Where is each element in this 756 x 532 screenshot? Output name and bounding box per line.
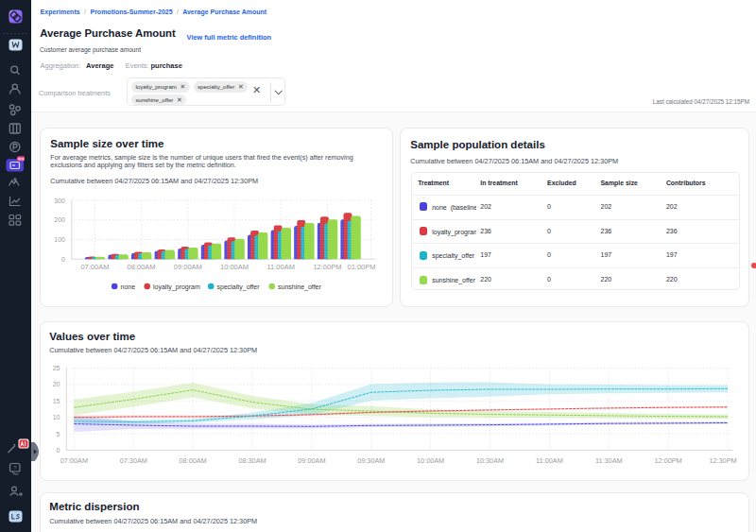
svg-text:11:30AM: 11:30AM — [595, 456, 623, 465]
svg-text:08:30AM: 08:30AM — [238, 456, 266, 465]
svg-text:10:00AM: 10:00AM — [417, 456, 444, 465]
svg-text:20: 20 — [53, 381, 60, 387]
svg-text:25: 25 — [53, 365, 60, 371]
svg-text:10:30AM: 10:30AM — [476, 456, 504, 465]
svg-text:08:00AM: 08:00AM — [179, 456, 206, 465]
svg-text:09:00AM: 09:00AM — [298, 456, 325, 465]
svg-text:11:00AM: 11:00AM — [536, 456, 563, 465]
svg-text:07:00AM: 07:00AM — [60, 456, 88, 465]
svg-text:09:30AM: 09:30AM — [357, 456, 385, 465]
svg-text:12:30PM: 12:30PM — [709, 456, 736, 465]
svg-text:?: ? — [13, 465, 16, 471]
svg-text:0: 0 — [57, 447, 60, 454]
svg-text:12:00PM: 12:00PM — [654, 456, 681, 465]
svg-text:10: 10 — [53, 414, 60, 420]
svg-text:5: 5 — [57, 431, 60, 438]
svg-text:07:30AM: 07:30AM — [120, 456, 147, 465]
svg-text:15: 15 — [53, 398, 60, 404]
